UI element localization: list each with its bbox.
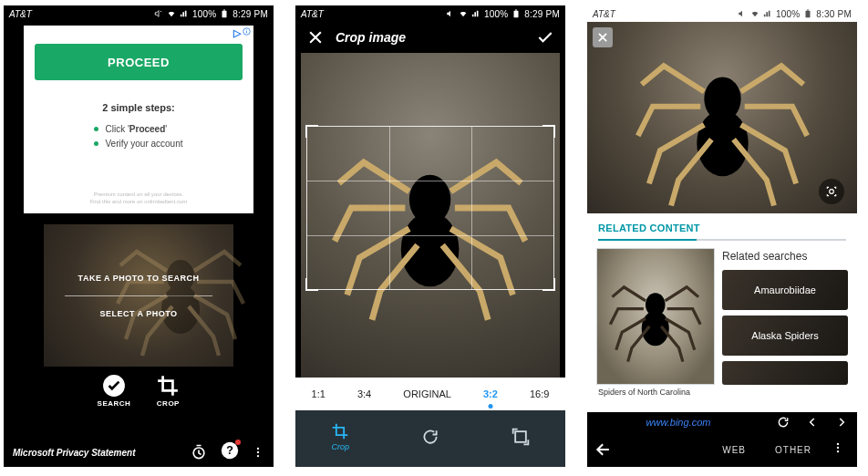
battery-icon [803,9,812,18]
svg-rect-16 [515,431,526,442]
clock-label: 8:29 PM [232,9,268,19]
url-bar: www.bing.com [587,412,857,432]
more-icon[interactable] [832,441,844,454]
ratio-3-2[interactable]: 3:2 [481,385,500,403]
ad-close-icon[interactable]: ▷ [233,27,241,39]
svg-point-21 [837,447,839,449]
spider-hero-image [620,29,825,213]
rotate-icon[interactable] [421,428,439,446]
crop-toolbar: Crop [295,410,565,467]
lens-button[interactable] [819,179,844,204]
related-searches-title: Related searches [722,248,848,264]
related-searches: Related searches Amaurobiidae Alaska Spi… [722,248,848,412]
ratio-original[interactable]: ORIGINAL [401,385,453,403]
svg-rect-2 [222,11,227,18]
ratio-3-4[interactable]: 3:4 [356,385,373,403]
svg-rect-17 [806,11,811,18]
status-bar: AT&T 100% 8:29 PM [4,5,274,22]
screen-2: AT&T 100% 8:29 PM Crop image [295,5,565,467]
tab-web[interactable]: WEB [708,445,760,455]
expand-icon[interactable] [512,428,530,446]
crop-tool-button[interactable]: CROP [156,374,180,408]
crop-handle-br[interactable] [542,278,555,291]
ad-fineprint: Premium content on all your devices. Fin… [31,191,246,206]
ad-info-icon[interactable] [243,27,251,36]
bottom-nav: WEB OTHER [587,432,857,467]
step-1: Click 'Proceed' [94,122,182,137]
search-check-icon [102,374,126,398]
status-bar: AT&T 100% 8:30 PM [587,5,857,22]
url-text[interactable]: www.bing.com [596,417,760,428]
crop-header: Crop image [295,22,565,53]
related-content-tab[interactable]: RELATED CONTENT [587,213,857,233]
nav-forward-icon[interactable] [835,416,848,429]
svg-rect-15 [516,9,518,10]
confirm-icon[interactable] [536,28,554,47]
crop-mode-label: Crop [332,442,350,451]
nav-back-icon[interactable] [806,416,819,429]
search-tool-button[interactable]: SEARCH [98,374,131,408]
steps-title: 2 simple steps: [31,102,246,113]
crop-handle-tl[interactable] [305,125,318,138]
battery-pct: 100% [192,9,216,19]
crop-title: Crop image [328,30,536,45]
ratio-16-9[interactable]: 16:9 [528,385,551,403]
result-caption: Spiders of North Carolina [596,385,715,397]
svg-point-12 [257,451,259,453]
battery-pct: 100% [484,9,508,19]
signal-icon [180,9,189,18]
help-icon: ? [221,441,239,460]
steps-list: Click 'Proceed' Verify your account [94,122,182,151]
carrier-label: AT&T [593,9,615,19]
tab-other[interactable]: OTHER [760,445,826,455]
photo-panel: TAKE A PHOTO TO SEARCH SELECT A PHOTO [44,224,233,367]
select-photo-button[interactable]: SELECT A PHOTO [99,309,177,318]
crop-handle-bl[interactable] [305,278,318,291]
svg-point-11 [257,448,259,450]
ad-card: ▷ PROCEED 2 simple steps: Click 'Proceed… [24,26,253,213]
tool-row: SEARCH CROP [4,374,274,408]
ratio-1-1[interactable]: 1:1 [310,385,327,403]
crop-canvas[interactable] [301,53,560,378]
svg-point-13 [257,455,259,457]
privacy-link[interactable]: Microsoft Privacy Statement [13,448,136,458]
take-photo-button[interactable]: TAKE A PHOTO TO SEARCH [78,274,200,283]
back-arrow-icon[interactable] [594,440,613,459]
hero-image [587,22,857,213]
crop-icon [156,374,180,398]
close-button[interactable] [593,27,613,47]
mute-icon [446,9,455,18]
proceed-button[interactable]: PROCEED [35,44,243,80]
reload-icon[interactable] [777,416,790,429]
related-chip-2[interactable]: Alaska Spiders [722,316,848,356]
carrier-label: AT&T [9,9,32,19]
carrier-label: AT&T [301,9,324,19]
svg-rect-3 [224,9,226,10]
crop-handle-tr[interactable] [542,125,555,138]
related-chip-3[interactable] [722,361,848,385]
result-card[interactable]: Spiders of North Carolina [596,248,715,412]
battery-icon [220,9,229,18]
crop-frame[interactable] [306,126,554,290]
status-bar: AT&T 100% 8:29 PM [295,5,565,22]
battery-icon [512,9,521,18]
more-icon[interactable] [252,446,264,459]
signal-icon [763,9,772,18]
battery-pct: 100% [776,9,800,19]
svg-point-20 [837,443,839,445]
screen-1: AT&T 100% 8:29 PM ▷ PROCEED 2 simple ste… [4,5,274,467]
wifi-icon [750,9,760,18]
svg-point-6 [246,29,247,30]
timer-camera-icon[interactable] [190,443,208,461]
help-button[interactable]: ? [221,441,239,463]
search-tool-label: SEARCH [98,399,131,408]
crop-mode-button[interactable]: Crop [331,422,349,451]
spider-preview-icon [44,224,274,361]
wifi-icon [167,9,176,18]
close-icon[interactable] [306,28,325,47]
crop-tool-label: CROP [157,399,180,408]
aspect-ratio-row: 1:1 3:4 ORIGINAL 3:2 16:9 [295,378,565,410]
screen-3: AT&T 100% 8:30 PM RELATED CONTENT [587,5,857,467]
results-row: Spiders of North Carolina Related search… [587,241,857,412]
related-chip-1[interactable]: Amaurobiidae [722,270,848,310]
